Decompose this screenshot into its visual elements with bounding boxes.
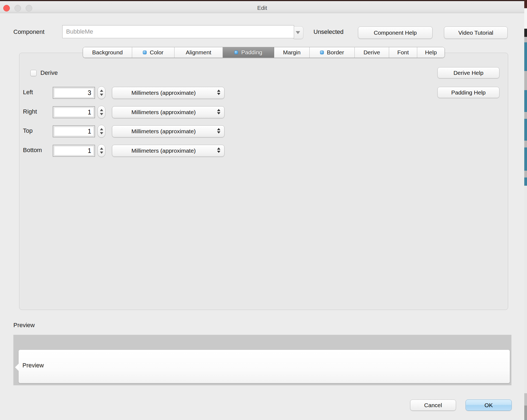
row-label-left: Left xyxy=(23,89,33,96)
tab-font[interactable]: Font xyxy=(389,47,417,58)
bottom-unit-select[interactable]: Millimeters (approximate) xyxy=(112,145,224,157)
bottom-stepper[interactable] xyxy=(97,144,105,157)
left-value-field-frame xyxy=(53,87,95,99)
tab-derive[interactable]: Derive xyxy=(355,47,389,58)
tab-label: Alignment xyxy=(186,49,211,56)
top-unit-select[interactable]: Millimeters (approximate) xyxy=(112,125,224,137)
tab-bar: Background Color Alignment Padding Margi… xyxy=(83,47,445,58)
right-value-field-frame xyxy=(53,106,95,118)
left-unit-select[interactable]: Millimeters (approximate) xyxy=(112,87,224,99)
unit-select-value: Millimeters (approximate) xyxy=(131,128,196,135)
preview-area: Preview xyxy=(13,335,511,385)
tab-padding[interactable]: Padding xyxy=(223,47,274,58)
tab-label: Margin xyxy=(283,49,300,56)
derive-checkbox[interactable] xyxy=(30,70,37,76)
stepper-down-icon xyxy=(100,94,103,96)
component-dropdown-button[interactable] xyxy=(292,26,303,39)
tab-label: Background xyxy=(92,49,123,56)
cancel-button[interactable]: Cancel xyxy=(410,400,456,411)
row-label-top: Top xyxy=(23,127,32,134)
left-value-input[interactable] xyxy=(54,88,94,97)
tab-label: Color xyxy=(150,49,163,56)
stepper-up-icon xyxy=(100,90,103,92)
stepper-down-icon xyxy=(100,113,103,115)
tab-background[interactable]: Background xyxy=(83,47,132,58)
left-stepper[interactable] xyxy=(97,86,105,99)
tab-indicator-icon xyxy=(320,51,324,54)
top-value-field-frame xyxy=(53,125,95,137)
component-label: Component xyxy=(13,28,45,36)
tab-label: Help xyxy=(425,49,437,56)
unit-select-value: Millimeters (approximate) xyxy=(131,109,196,116)
dropdown-arrow-icon xyxy=(296,31,300,34)
tab-label: Derive xyxy=(363,49,380,56)
top-stepper[interactable] xyxy=(97,125,105,138)
ok-button[interactable]: OK xyxy=(466,400,512,411)
tab-label: Padding xyxy=(241,49,262,56)
bubble-tail-icon xyxy=(15,363,19,371)
derive-help-button[interactable]: Derive Help xyxy=(437,67,499,78)
tab-color[interactable]: Color xyxy=(132,47,174,58)
stepper-down-icon xyxy=(100,152,103,154)
right-stepper[interactable] xyxy=(97,106,105,119)
selection-status: Unselected xyxy=(313,28,344,36)
tab-border[interactable]: Border xyxy=(310,47,355,58)
top-value-input[interactable] xyxy=(54,127,94,136)
right-value-input[interactable] xyxy=(54,108,94,117)
tab-label: Border xyxy=(327,49,344,56)
titlebar: Edit xyxy=(0,1,524,13)
select-arrows-icon xyxy=(217,147,220,153)
preview-bubble: Preview xyxy=(19,350,510,383)
padding-help-button[interactable]: Padding Help xyxy=(437,87,499,98)
stepper-up-icon xyxy=(100,109,103,111)
tab-indicator-icon xyxy=(143,51,147,54)
select-arrows-icon xyxy=(217,128,220,134)
tab-help[interactable]: Help xyxy=(417,47,445,58)
select-arrows-icon xyxy=(217,90,220,95)
stepper-up-icon xyxy=(100,128,103,130)
bottom-value-input[interactable] xyxy=(54,146,94,155)
unit-select-value: Millimeters (approximate) xyxy=(131,90,196,96)
derive-checkbox-label: Derive xyxy=(40,69,58,76)
tab-margin[interactable]: Margin xyxy=(274,47,310,58)
preview-bubble-text: Preview xyxy=(22,362,44,369)
tab-indicator-icon xyxy=(234,51,238,54)
tab-label: Font xyxy=(397,49,409,56)
row-label-right: Right xyxy=(23,108,37,115)
video-tutorial-button[interactable]: Video Tutorial xyxy=(444,26,508,39)
background-app-sliver xyxy=(524,0,527,420)
unit-select-value: Millimeters (approximate) xyxy=(131,147,196,154)
preview-section-label: Preview xyxy=(13,322,35,329)
right-unit-select[interactable]: Millimeters (approximate) xyxy=(112,106,224,118)
stepper-up-icon xyxy=(100,147,103,150)
tab-alignment[interactable]: Alignment xyxy=(174,47,223,58)
component-name-input[interactable] xyxy=(62,25,294,38)
bottom-value-field-frame xyxy=(53,145,95,157)
row-label-bottom: Bottom xyxy=(23,147,42,154)
select-arrows-icon xyxy=(217,109,220,114)
window-title: Edit xyxy=(0,5,524,11)
stepper-down-icon xyxy=(100,132,103,134)
component-help-button[interactable]: Component Help xyxy=(358,26,433,39)
